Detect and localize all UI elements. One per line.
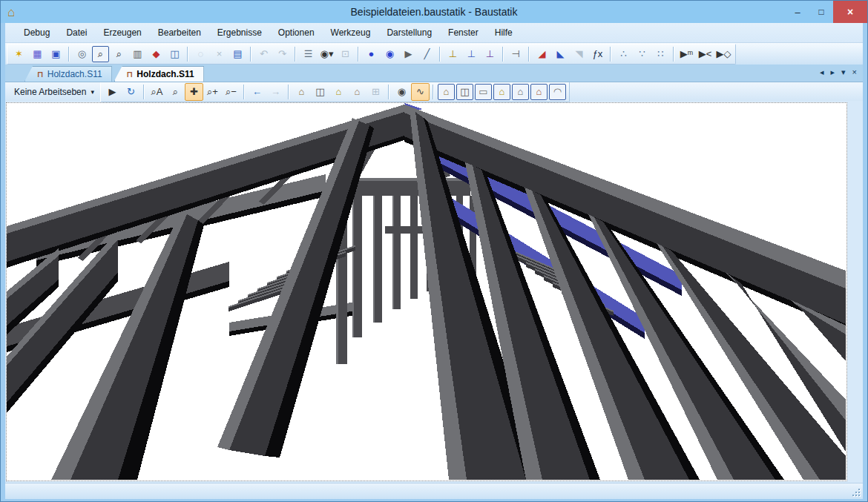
print-icon[interactable]: ▥ — [128, 45, 147, 63]
tabbar: ⊓ Holzdach.S11 ⊓ Holzdach.S11 ◂▸▾× — [5, 65, 863, 82]
snap-angle-icon[interactable]: ▶˂ — [696, 45, 714, 63]
select-section-icon[interactable]: ⊥ — [481, 45, 499, 63]
menu-optionen[interactable]: Optionen — [270, 24, 323, 41]
pan-icon[interactable]: ✚ — [185, 83, 203, 101]
std-view-house1-icon[interactable]: ⌂ — [493, 84, 510, 100]
tab-controls: ◂▸▾× — [820, 67, 857, 78]
tab-scroll-right-icon[interactable]: ▸ — [831, 67, 835, 78]
redo-icon[interactable]: ↷ — [273, 45, 292, 63]
undo-icon[interactable]: ↶ — [254, 45, 273, 63]
toolbar-main-strip: ✶▦▣◎⌕⌕▥◆◫◌×▤↶↷☰◉▾⊡●◉▶╱⊥⊥⊥⊣◢◣◥ƒx∴∵∷▶ᵐ▶˂▶◇ — [7, 44, 736, 65]
view-3d-icon[interactable]: ⌂ — [292, 83, 311, 101]
zoom-all-icon[interactable]: ⌕A — [148, 83, 166, 101]
menubar: DebugDateiErzeugenBearbeitenErgebnisseOp… — [5, 23, 863, 43]
toolbar-separator — [250, 47, 251, 62]
select-line-icon[interactable]: ╱ — [418, 45, 436, 63]
node-tool-1-icon[interactable]: ∴ — [614, 45, 633, 63]
tab-list-icon[interactable]: ▾ — [841, 67, 846, 78]
tab-holzdach-1[interactable]: ⊓ Holzdach.S11 — [24, 66, 112, 82]
tab-close-icon[interactable]: × — [852, 67, 857, 78]
node-tool-2-icon[interactable]: ∵ — [633, 45, 651, 63]
std-view-iso-icon[interactable]: ⌂ — [438, 84, 455, 100]
snap-point-icon[interactable]: ▶◇ — [714, 45, 733, 63]
walk-path-icon[interactable]: ∿ — [411, 83, 430, 101]
zoom-out-icon[interactable]: ⌕− — [222, 83, 240, 101]
load-z-icon[interactable]: ◥ — [570, 45, 588, 63]
copy-icon[interactable]: ▤ — [228, 45, 247, 63]
roof-3d-scene — [7, 103, 846, 480]
node-tool-3-icon[interactable]: ∷ — [651, 45, 670, 63]
menu-fenster[interactable]: Fenster — [440, 24, 487, 41]
tab-label: Holzdach.S11 — [137, 69, 194, 79]
std-view-plane-icon[interactable]: ▭ — [475, 84, 492, 100]
select-element-icon[interactable]: ▶ — [399, 45, 418, 63]
menu-erzeugen[interactable]: Erzeugen — [95, 24, 149, 41]
select-dimension-icon[interactable]: ⊣ — [507, 45, 525, 63]
menu-bearbeiten[interactable]: Bearbeiten — [150, 24, 209, 41]
toggle-grid-icon[interactable]: ⊞ — [366, 83, 385, 101]
load-uniform-icon[interactable]: ◣ — [551, 45, 570, 63]
minimize-button[interactable]: – — [786, 1, 809, 23]
menu-ergebnisse[interactable]: Ergebnisse — [209, 24, 270, 41]
print-preview-icon[interactable]: ⌕ — [92, 46, 109, 62]
viewport-canvas[interactable] — [6, 102, 847, 481]
select-arrow-icon[interactable]: ▶ — [103, 83, 122, 101]
toolbar-separator — [68, 47, 70, 62]
view-front-icon[interactable]: ◫ — [311, 83, 329, 101]
node-icon[interactable]: ● — [362, 45, 381, 63]
toolbar-view-strip: ▶↻⌕A⌕✚⌕+⌕−←→⌂◫⌂⌂⊞◉∿⌂◫▭⌂⌂⌂◠ — [100, 82, 570, 102]
std-view-front-icon[interactable]: ◫ — [456, 84, 473, 100]
rotate-view-icon[interactable]: ↻ — [122, 83, 140, 101]
structure-icon: ⊓ — [37, 70, 44, 79]
menu-datei[interactable]: Datei — [58, 24, 95, 41]
workplane-label: Keine Arbeitseben — [14, 87, 86, 97]
zoom-in-icon[interactable]: ⌕+ — [203, 83, 222, 101]
workplane-dropdown[interactable]: Keine Arbeitseben ▾ — [7, 87, 100, 97]
menu-darstellung[interactable]: Darstellung — [378, 24, 440, 41]
document-tabs: ⊓ Holzdach.S11 ⊓ Holzdach.S11 — [24, 66, 206, 82]
lasso-select-icon[interactable]: ◌ — [191, 45, 210, 63]
view-next-icon[interactable]: → — [266, 83, 285, 101]
formula-icon[interactable]: ƒx — [588, 45, 607, 63]
std-view-house2-icon[interactable]: ⌂ — [512, 84, 529, 100]
toolbar-separator — [528, 47, 530, 62]
properties-icon[interactable]: ☰ — [299, 45, 318, 63]
titlebar: ⌂ Beispieldateien.baustatik - Baustatik … — [1, 1, 867, 23]
structure-icon: ⊓ — [127, 70, 134, 79]
page-zoom-icon[interactable]: ⌕ — [110, 45, 128, 63]
paste-link-icon[interactable]: ⊡ — [336, 45, 355, 63]
menu-werkzeug[interactable]: Werkzeug — [323, 24, 379, 41]
save-icon[interactable]: ▣ — [47, 45, 65, 63]
chrome-body: DebugDateiErzeugenBearbeitenErgebnisseOp… — [5, 23, 863, 499]
home-icon[interactable]: ⌂ — [7, 6, 15, 19]
menu-hilfe[interactable]: Hilfe — [487, 24, 521, 41]
toolbar-separator — [502, 47, 504, 62]
tab-holzdach-2[interactable]: ⊓ Holzdach.S11 — [114, 66, 204, 82]
maximize-button[interactable]: □ — [809, 1, 833, 23]
export-document-icon[interactable]: ◎ — [73, 45, 91, 63]
select-support-icon[interactable]: ⊥ — [444, 45, 462, 63]
std-view-house3-icon[interactable]: ⌂ — [530, 84, 548, 100]
image-export-icon[interactable]: ◫ — [165, 45, 184, 63]
close-button[interactable]: × — [833, 1, 867, 23]
select-load-icon[interactable]: ⊥ — [462, 45, 481, 63]
tab-scroll-left-icon[interactable]: ◂ — [820, 67, 824, 78]
window-title: Beispieldateien.baustatik - Baustatik — [1, 6, 867, 18]
new-document-icon[interactable]: ✶ — [10, 45, 28, 63]
load-triangular-icon[interactable]: ◢ — [533, 45, 551, 63]
select-node-icon[interactable]: ◉ — [381, 45, 399, 63]
resize-grip[interactable] — [852, 488, 861, 498]
camera-icon[interactable]: ◉ — [392, 83, 411, 101]
view-house-side-icon[interactable]: ⌂ — [348, 83, 366, 101]
pdf-export-icon[interactable]: ◆ — [147, 45, 165, 63]
view-previous-icon[interactable]: ← — [248, 83, 266, 101]
std-view-dome-icon[interactable]: ◠ — [549, 84, 566, 100]
open-icon[interactable]: ▦ — [28, 45, 47, 63]
statusbar — [5, 483, 863, 499]
menu-debug[interactable]: Debug — [16, 24, 58, 41]
snap-member-icon[interactable]: ▶ᵐ — [677, 45, 696, 63]
delete-icon[interactable]: × — [210, 45, 228, 63]
zoom-window-icon[interactable]: ⌕ — [166, 83, 185, 101]
render-mode-icon[interactable]: ◉▾ — [318, 45, 336, 63]
view-house-front-icon[interactable]: ⌂ — [329, 83, 348, 101]
